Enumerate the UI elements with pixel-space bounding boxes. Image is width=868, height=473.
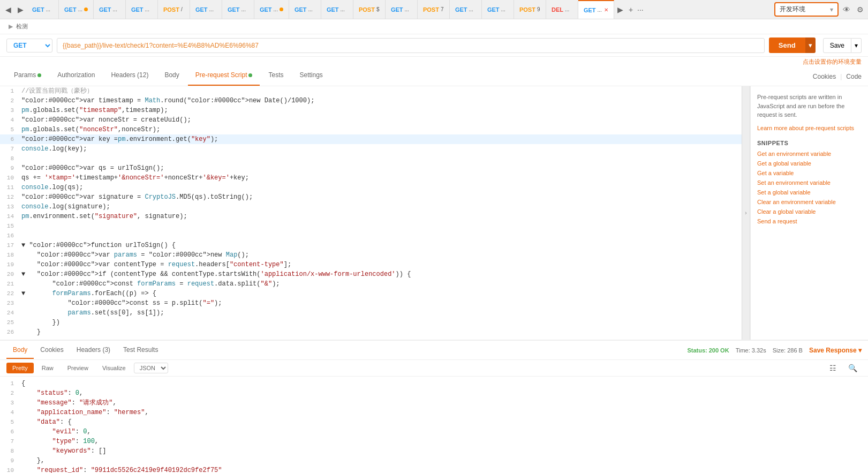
resp-line-10: 10 "request_id": "9911dc5526c2419e9f4019… — [0, 466, 868, 473]
line-number-19: 19 — [0, 260, 19, 269]
copy-response-icon[interactable]: ☷ — [825, 362, 841, 374]
resp-line-number-8: 8 — [0, 446, 19, 456]
req-tabs: ParamsAuthorizationHeaders (12)BodyPre-r… — [0, 67, 868, 86]
req-tab-params[interactable]: Params — [6, 67, 49, 86]
line-content-6: "color:#0000cc">var key =pm.environment.… — [19, 134, 222, 144]
cookies-link[interactable]: Cookies — [813, 73, 836, 80]
resp-line-number-4: 4 — [0, 408, 19, 417]
tab-item-15[interactable]: POST9 — [514, 0, 546, 19]
tab-next-btn[interactable]: ▶ — [614, 3, 627, 16]
save-dropdown-btn[interactable]: ▾ — [851, 38, 862, 53]
req-tab-authorization[interactable]: Authorization — [50, 67, 102, 86]
line-number-13: 13 — [0, 202, 19, 212]
bottom-tabs: BodyCookiesHeaders (3)Test Results Statu… — [0, 341, 868, 360]
tab-item-6[interactable]: GET... — [222, 0, 254, 19]
code-line-12: 12"color:#0000cc">var signature = Crypto… — [0, 192, 742, 202]
tab-item-2[interactable]: GET... — [94, 0, 126, 19]
format-tab-visualize[interactable]: Visualize — [96, 363, 132, 373]
line-content-16 — [19, 231, 21, 241]
code-link[interactable]: Code — [846, 73, 862, 80]
gear-btn[interactable]: ⚙ — [855, 3, 866, 16]
bottom-tab-test-results[interactable]: Test Results — [117, 342, 164, 359]
eye-btn[interactable]: 👁 — [841, 3, 852, 16]
snippet-item-1[interactable]: Get a global variable — [757, 160, 862, 167]
tab-item-14[interactable]: GET... — [482, 0, 514, 19]
tab-item-8[interactable]: GET... — [289, 0, 321, 19]
code-line-27: 27 — [0, 337, 742, 340]
code-line-7: 7console.log(key); — [0, 144, 742, 154]
save-button[interactable]: Save — [823, 38, 851, 53]
code-line-24: 24 params.set(ss[0], ss[1]); — [0, 308, 742, 318]
send-dropdown-btn[interactable]: ▾ — [805, 37, 816, 53]
nav-back-btn[interactable]: ◀ — [2, 3, 14, 16]
bottom-tab-cookies[interactable]: Cookies — [34, 342, 70, 359]
req-tab-actions: Cookies | Code — [813, 73, 862, 80]
tab-item-1[interactable]: GET... — [59, 0, 94, 19]
annotation-bar: 点击设置你的环境变量 — [0, 57, 868, 67]
req-tab-tests[interactable]: Tests — [261, 67, 291, 86]
tab-item-4[interactable]: POST/ — [158, 0, 190, 19]
nav-forward-btn[interactable]: ▶ — [14, 3, 27, 16]
line-content-4: "color:#0000cc">var nonceStr = createUui… — [19, 115, 191, 125]
format-tab-raw[interactable]: Raw — [36, 363, 59, 373]
line-number-17: 17 — [0, 241, 19, 250]
tab-item-0[interactable]: GET... — [27, 0, 59, 19]
search-response-icon[interactable]: 🔍 — [844, 362, 862, 374]
resp-line-content-2: "status": 0, — [19, 388, 83, 398]
tab-item-3[interactable]: GET... — [126, 0, 158, 19]
tab-item-9[interactable]: GET... — [321, 0, 353, 19]
save-group: Save ▾ — [823, 38, 862, 53]
snippet-item-7[interactable]: Send a request — [757, 218, 862, 224]
bottom-tab-headers-(3)[interactable]: Headers (3) — [70, 342, 117, 359]
resp-line-number-5: 5 — [0, 417, 19, 427]
snippet-item-6[interactable]: Clear a global variable — [757, 208, 862, 215]
tab-item-17[interactable]: GET...✕ — [578, 0, 614, 19]
format-tabs: PrettyRawPreviewVisualizeJSON ☷ 🔍 — [0, 360, 868, 377]
resp-line-8: 8 "keywords": [] — [0, 446, 868, 456]
tab-item-13[interactable]: GET... — [450, 0, 482, 19]
method-select[interactable]: GETPOSTPUTDELETE — [6, 39, 52, 52]
right-panel: Pre-request scripts are written in JavaS… — [750, 86, 868, 340]
line-content-24: params.set(ss[0], ss[1]); — [19, 308, 164, 318]
format-tab-preview[interactable]: Preview — [62, 363, 94, 373]
code-line-5: 5pm.globals.set("nonceStr",nonceStr); — [0, 125, 742, 134]
req-tab-pre-request-script[interactable]: Pre-request Script — [188, 67, 260, 86]
line-content-2: "color:#0000cc">var timestamp = Math.rou… — [19, 96, 314, 106]
snippet-item-0[interactable]: Get an environment variable — [757, 151, 862, 157]
tab-item-5[interactable]: GET... — [190, 0, 222, 19]
code-line-4: 4"color:#0000cc">var nonceStr = createUu… — [0, 115, 742, 125]
tab-item-16[interactable]: DEL... — [546, 0, 578, 19]
resp-line-content-5: "data": { — [19, 417, 72, 427]
send-button[interactable]: Send — [769, 37, 805, 53]
new-tab-btn[interactable]: + — [627, 3, 635, 16]
send-group: Send ▾ — [769, 37, 816, 53]
line-content-10: qs += '×tamp='+timestamp+'&nonceStr='+no… — [19, 173, 249, 183]
resp-line-9: 9 }, — [0, 456, 868, 466]
more-tabs-btn[interactable]: ··· — [635, 3, 646, 16]
tab-item-11[interactable]: GET... — [386, 0, 418, 19]
format-tab-pretty[interactable]: Pretty — [6, 363, 34, 373]
snippet-item-3[interactable]: Set an environment variable — [757, 179, 862, 186]
snippet-item-2[interactable]: Get a variable — [757, 170, 862, 176]
code-editor[interactable]: 1//设置当前间戳（豪秒）2"color:#0000cc">var timest… — [0, 86, 742, 340]
panel-toggle-btn[interactable]: › — [742, 86, 750, 340]
tab-item-10[interactable]: POST$ — [353, 0, 386, 19]
req-tab-headers-(12)[interactable]: Headers (12) — [103, 67, 156, 86]
save-response-btn[interactable]: Save Response ▾ — [809, 347, 862, 354]
tab-item-7[interactable]: GET... — [254, 0, 289, 19]
req-tab-body[interactable]: Body — [157, 67, 186, 86]
bottom-tab-body[interactable]: Body — [6, 342, 34, 359]
breadcrumb-text: 检测 — [16, 22, 28, 31]
learn-more-link[interactable]: Learn more about pre-request scripts — [757, 125, 854, 131]
env-selector[interactable]: 开发环境 ▾ — [774, 2, 839, 17]
line-number-14: 14 — [0, 212, 19, 221]
snippet-item-5[interactable]: Clear an environment variable — [757, 199, 862, 205]
url-input[interactable] — [57, 38, 765, 53]
req-tab-settings[interactable]: Settings — [292, 67, 330, 86]
format-select[interactable]: JSON — [134, 363, 168, 373]
line-content-19: "color:#0000cc">var contentType = reques… — [19, 260, 291, 269]
tab-item-12[interactable]: POST7 — [418, 0, 450, 19]
env-name: 开发环境 — [780, 5, 827, 14]
snippet-item-4[interactable]: Set a global variable — [757, 189, 862, 196]
line-number-3: 3 — [0, 106, 19, 115]
